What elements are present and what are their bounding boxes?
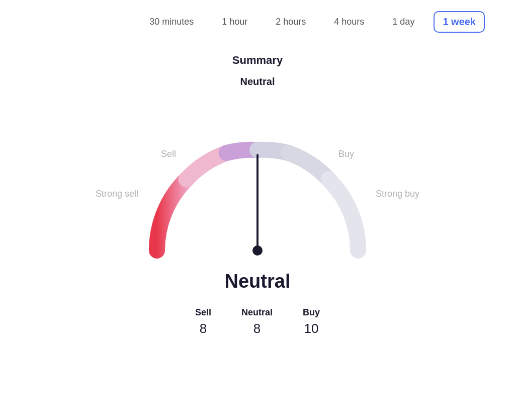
svg-point-1 [252,245,263,256]
summary-title: Summary [232,54,283,67]
stats-row: Sell8Neutral8Buy10 [195,307,320,337]
gauge-wrapper: Strong sell Sell Buy Strong buy [87,95,428,276]
stat-col-sell: Sell8 [195,307,211,337]
stat-col-neutral: Neutral8 [241,307,273,337]
stat-label-sell: Sell [195,307,211,318]
label-strong-sell: Strong sell [96,189,138,199]
stat-value-neutral: 8 [253,321,261,337]
time-option-4-hours[interactable]: 4 hours [325,12,373,32]
time-selector: 30 minutes1 hour2 hours4 hours1 day1 wee… [0,0,515,44]
stat-label-buy: Buy [303,307,320,318]
time-option-30-minutes[interactable]: 30 minutes [140,12,203,32]
time-option-1-week[interactable]: 1 week [434,11,485,33]
label-sell: Sell [161,149,176,159]
time-option-2-hours[interactable]: 2 hours [267,12,315,32]
gauge-top-label: Neutral [240,76,275,88]
gauge-svg [87,95,428,276]
label-strong-buy: Strong buy [376,189,419,199]
time-option-1-hour[interactable]: 1 hour [213,12,256,32]
stat-col-buy: Buy10 [303,307,320,337]
stat-label-neutral: Neutral [241,307,273,318]
time-option-1-day[interactable]: 1 day [383,12,423,32]
stat-value-sell: 8 [200,321,207,337]
stat-value-buy: 10 [304,321,319,337]
gauge-container: Summary Neutral Strong sell Sell Buy Str… [0,54,515,337]
label-buy: Buy [338,149,354,159]
